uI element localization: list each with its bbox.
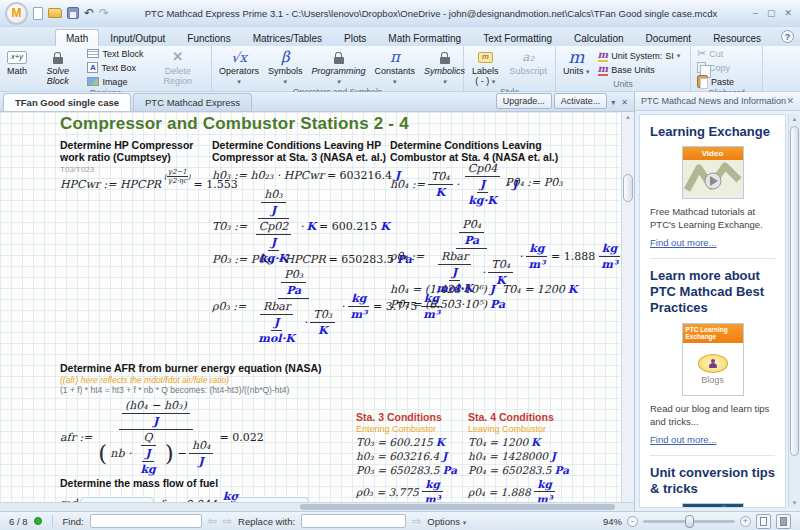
scroll-down-icon[interactable]: ▼	[789, 500, 800, 506]
math-token: HPCwr := HPCPR	[60, 178, 161, 191]
tab-document[interactable]: Document	[635, 29, 703, 46]
news-panel: PTC Mathcad News and Information ✕ Learn…	[634, 92, 800, 511]
video-thumbnail[interactable]: Video	[682, 146, 744, 199]
draft-view-button[interactable]	[776, 514, 791, 529]
find-input[interactable]	[90, 514, 202, 528]
image-button[interactable]: Image	[84, 75, 146, 88]
zoom-out-button[interactable]: -	[627, 516, 638, 527]
unit-conversion-thumbnail[interactable]: 45 N lb	[682, 503, 744, 508]
tab-matrices-tables[interactable]: Matrices/Tables	[242, 29, 333, 46]
blogs-thumbnail[interactable]: PTC Learning Exchange Blogs	[682, 323, 744, 397]
text-block-button[interactable]: Text Block	[84, 47, 146, 60]
help-button[interactable]: ?	[781, 30, 794, 43]
ribbon-group-units: m Units ▾ m Unit System: SI ▾ m Base Uni…	[556, 46, 691, 91]
delete-region-button[interactable]: ✕ Delete Region	[147, 47, 208, 88]
scrollbar-thumb[interactable]	[300, 504, 615, 510]
window-title: PTC Mathcad Express Prime 3.1 - C:\Users…	[109, 8, 753, 19]
panel-scrollbar[interactable]: ▲ ▼	[788, 114, 800, 508]
doc-tab-tfan[interactable]: TFan Good single case	[3, 93, 131, 111]
operators-label: Operators ▾	[219, 67, 259, 86]
undo-icon[interactable]: ↶	[84, 6, 94, 20]
tab-resources[interactable]: Resources	[702, 29, 772, 46]
doc-tab-express[interactable]: PTC Mathcad Express	[133, 93, 252, 111]
units-dropdown[interactable]: m Units ▾	[559, 47, 594, 79]
lock-icon	[440, 57, 450, 64]
math-unit: J	[153, 415, 158, 428]
equation-h03[interactable]: h0₃ := h0₂₃ · HPCwr = 603216.4 J	[212, 169, 400, 182]
replace-icon[interactable]: ⇨	[412, 516, 421, 527]
unit-system-dropdown[interactable]: m Unit System: SI ▾	[595, 50, 684, 63]
activate-button[interactable]: Activate...	[554, 93, 608, 109]
symbols-dropdown[interactable]: β Symbols ▾	[264, 47, 307, 87]
math-region-button[interactable]: x+y Math	[3, 47, 31, 88]
options-dropdown[interactable]: Options ▾	[427, 516, 466, 527]
sta3-conditions[interactable]: Sta. 3 Conditions Entering Combustor T0₃…	[356, 411, 466, 502]
programming-dropdown[interactable]: Programming ▾	[308, 47, 370, 87]
equation-afr[interactable]: afr := (h0₄ − h0₃)J ( nb · QJkg ) − h0₄J	[60, 399, 264, 476]
symbolics-dropdown[interactable]: Symbolics ▾	[420, 47, 469, 87]
close-button[interactable]: ✕	[784, 8, 792, 18]
sta4-conditions[interactable]: Sta. 4 Conditions Leaving Combustor T0₄ …	[468, 411, 578, 502]
solve-block-button[interactable]: Solve Block	[32, 47, 83, 88]
minimize-button[interactable]: ‒	[753, 8, 758, 18]
scrollbar-thumb[interactable]	[623, 174, 633, 202]
math-token: afr :=	[60, 431, 92, 444]
tab-plots[interactable]: Plots	[333, 29, 377, 46]
cut-button[interactable]: ✂ Cut	[694, 47, 737, 60]
math-unit: kg	[537, 478, 552, 490]
upgrade-button[interactable]: Upgrade...	[496, 93, 552, 109]
zoom-slider[interactable]	[643, 520, 735, 523]
subscript-button[interactable]: a₂ Subscript	[505, 47, 551, 87]
mathcad-logo-icon[interactable]: M	[5, 2, 28, 25]
zoom-in-button[interactable]: +	[740, 516, 751, 527]
open-file-icon[interactable]	[48, 8, 62, 18]
save-icon[interactable]	[67, 7, 79, 19]
labels-dropdown[interactable]: m Labels ( - ) ▾	[468, 47, 503, 87]
replace-input[interactable]	[301, 514, 406, 528]
tab-math-formatting[interactable]: Math Formatting	[377, 29, 472, 46]
panel-close-icon[interactable]: ✕	[786, 96, 794, 106]
operators-dropdown[interactable]: √x Operators ▾	[215, 47, 263, 87]
tab-functions[interactable]: Functions	[176, 29, 241, 46]
find-previous-icon[interactable]: ⇦	[208, 516, 217, 527]
close-tab-icon[interactable]: ✕	[621, 98, 628, 107]
find-out-more-link[interactable]: Find out more...	[650, 237, 717, 248]
tab-text-formatting[interactable]: Text Formatting	[472, 29, 563, 46]
tab-calculation[interactable]: Calculation	[563, 29, 634, 46]
math-unit: J	[452, 266, 457, 279]
equation-p04-result[interactable]: P0₄ = (6.503·10⁵) Pa	[390, 298, 505, 311]
fraction: Cp04Jkg·K	[462, 162, 503, 207]
text-box-button[interactable]: A Text Box	[84, 61, 146, 74]
worksheet[interactable]: Compressor and Combustor Stations 2 - 4 …	[0, 112, 621, 502]
scroll-up-icon[interactable]: ▲	[789, 116, 800, 122]
equation-p03[interactable]: P0₃ := P0₂₃ · HPCPR = 650283.5 Pa	[212, 253, 412, 266]
horizontal-scrollbar[interactable]	[0, 502, 634, 511]
find-next-icon[interactable]: ⇨	[223, 516, 232, 527]
tab-list-dropdown-icon[interactable]: ▾	[611, 98, 615, 107]
scrollbar-thumb[interactable]	[790, 126, 799, 456]
base-units-button[interactable]: m Base Units	[595, 64, 684, 77]
math-token: Cp02	[259, 220, 288, 233]
find-out-more-link[interactable]: Find out more...	[650, 434, 717, 445]
learning-exchange-text: Free Mathcad tutorials at PTC's Learning…	[650, 206, 775, 231]
tab-math[interactable]: Math	[55, 29, 99, 46]
constants-dropdown[interactable]: π Constants ▾	[371, 47, 420, 87]
math-token: T0₄ = 1200	[502, 283, 565, 296]
equation-p04[interactable]: P0₄ := P0₃	[505, 176, 563, 189]
equation-h04-result[interactable]: h0₄ = (1.428·10⁶) J T0₄ = 1200 K	[390, 283, 577, 296]
tab-input-output[interactable]: Input/Output	[99, 29, 176, 46]
scroll-up-icon[interactable]: ▲	[622, 114, 634, 120]
new-document-icon[interactable]	[33, 7, 43, 20]
vertical-scrollbar[interactable]: ▲	[621, 112, 634, 502]
math-unit: K	[568, 283, 578, 296]
paste-button[interactable]: Paste	[694, 75, 737, 88]
maximize-button[interactable]: ▢	[767, 8, 776, 18]
math-unit: Pa	[443, 464, 457, 476]
xy-icon: x+y	[7, 51, 27, 63]
copy-button[interactable]: Copy	[694, 61, 737, 74]
document-tab-bar: TFan Good single case PTC Mathcad Expres…	[0, 92, 634, 112]
redo-icon[interactable]: ↷	[99, 6, 109, 20]
page-view-button[interactable]	[756, 514, 771, 529]
equation-h04[interactable]: h0₄ := T0₄K · Cp04Jkg·K · J	[390, 162, 518, 207]
zoom-slider-thumb[interactable]	[685, 515, 694, 528]
